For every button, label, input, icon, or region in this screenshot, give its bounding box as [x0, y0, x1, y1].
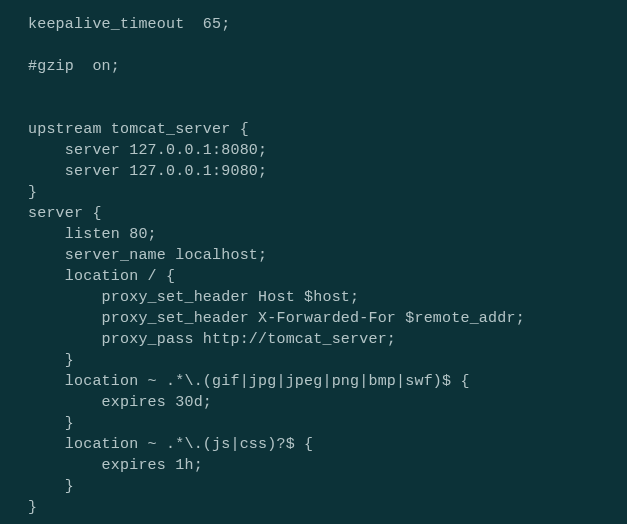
nginx-config-code: keepalive_timeout 65; #gzip on; upstream… — [0, 0, 627, 518]
